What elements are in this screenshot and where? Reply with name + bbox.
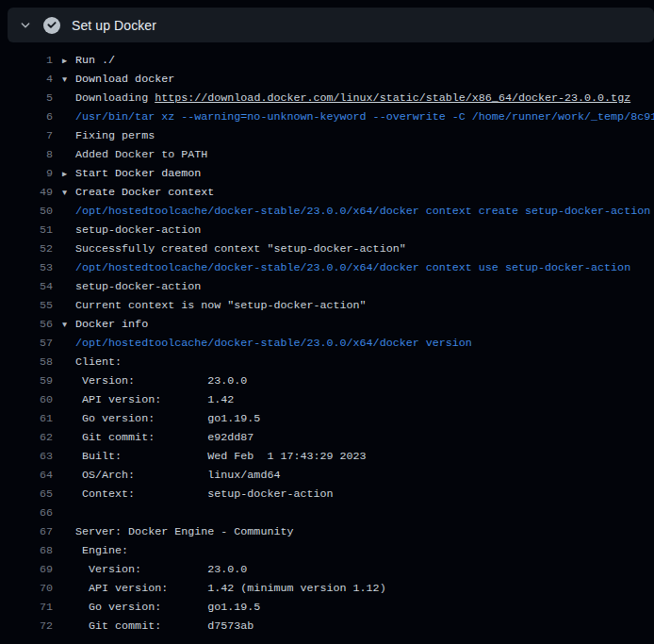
log-text: OS/Arch: linux/amd64 — [75, 469, 280, 482]
line-number[interactable]: 50 — [0, 202, 53, 221]
log-line: 56▼Docker info — [0, 315, 654, 334]
line-number[interactable]: 54 — [0, 277, 53, 296]
line-number[interactable]: 4 — [0, 70, 53, 89]
line-content: /usr/bin/tar xz --warning=no-unknown-key… — [53, 107, 654, 126]
line-number[interactable]: 7 — [0, 126, 53, 145]
log-line: 70 API version: 1.42 (minimum version 1.… — [0, 579, 654, 598]
line-content: Engine: — [53, 541, 128, 560]
group-title: Download docker — [75, 73, 174, 86]
line-number[interactable]: 1 — [0, 51, 53, 70]
line-content: Version: 23.0.0 — [53, 560, 247, 579]
line-number[interactable]: 62 — [0, 428, 53, 447]
log-line: 61 Go version: go1.19.5 — [0, 409, 654, 428]
line-number[interactable]: 52 — [0, 239, 53, 258]
log-text: setup-docker-action — [75, 223, 201, 237]
collapse-arrow-icon: ▼ — [62, 316, 75, 335]
collapse-arrow-icon: ▼ — [62, 71, 75, 90]
log-line: 67Server: Docker Engine - Community — [0, 522, 654, 541]
line-number[interactable]: 72 — [0, 617, 53, 636]
group-header[interactable]: ▶Run ./ — [53, 51, 115, 70]
log-line: 54setup-docker-action — [0, 277, 654, 296]
line-number[interactable]: 5 — [0, 89, 53, 107]
line-number[interactable]: 67 — [0, 522, 53, 541]
log-line: 9▶Start Docker daemon — [0, 164, 654, 183]
chevron-down-icon[interactable] — [18, 18, 33, 33]
group-header[interactable]: ▼Create Docker context — [53, 183, 214, 202]
log-line: 53/opt/hostedtoolcache/docker-stable/23.… — [0, 258, 654, 277]
step-title: Set up Docker — [72, 18, 156, 33]
line-number[interactable]: 61 — [0, 409, 53, 428]
log-line: 58Client: — [0, 353, 654, 372]
line-number[interactable]: 63 — [0, 447, 53, 466]
line-content: Fixing perms — [53, 126, 155, 145]
group-header[interactable]: ▼Docker info — [53, 315, 148, 334]
line-content: setup-docker-action — [53, 221, 201, 239]
line-number[interactable]: 9 — [0, 164, 53, 183]
line-content: Go version: go1.19.5 — [53, 409, 260, 428]
line-content: /opt/hostedtoolcache/docker-stable/23.0.… — [53, 258, 630, 277]
line-number[interactable]: 71 — [0, 598, 53, 617]
log-line: 4▼Download docker — [0, 70, 654, 89]
log-text: Added Docker to PATH — [75, 148, 207, 161]
line-content: Version: 23.0.0 — [53, 372, 247, 390]
line-content: /opt/hostedtoolcache/docker-stable/23.0.… — [53, 334, 472, 353]
line-content: Current context is now "setup-docker-act… — [53, 296, 367, 315]
line-number[interactable]: 58 — [0, 353, 53, 372]
line-number[interactable]: 66 — [0, 504, 53, 522]
line-number[interactable]: 6 — [0, 107, 53, 126]
line-content: Built: Wed Feb 1 17:43:29 2023 — [53, 447, 367, 466]
log-line: 69 Version: 23.0.0 — [0, 560, 654, 579]
log-text: Downloading — [75, 91, 155, 105]
line-number[interactable]: 57 — [0, 334, 53, 353]
line-number[interactable]: 69 — [0, 560, 53, 579]
log-link[interactable]: https://download.docker.com/linux/static… — [155, 91, 630, 105]
line-content: Git commit: d7573ab — [53, 617, 253, 636]
line-number[interactable]: 56 — [0, 315, 53, 334]
log-text: Version: 23.0.0 — [75, 374, 247, 388]
line-content: Successfully created context "setup-dock… — [53, 239, 406, 258]
log-text: Git commit: d7573ab — [75, 619, 253, 633]
log-line: 60 API version: 1.42 — [0, 390, 654, 409]
line-number[interactable]: 49 — [0, 183, 53, 202]
line-number[interactable]: 8 — [0, 145, 53, 164]
group-header[interactable]: ▼Download docker — [53, 70, 174, 89]
line-number[interactable]: 60 — [0, 390, 53, 409]
line-content: Go version: go1.19.5 — [53, 598, 260, 617]
log-line: 6/usr/bin/tar xz --warning=no-unknown-ke… — [0, 107, 654, 126]
group-title: Run ./ — [75, 54, 115, 67]
log-text: Git commit: e92dd87 — [75, 431, 253, 444]
log-text: API version: 1.42 (minimum version 1.12) — [75, 582, 386, 595]
line-number[interactable]: 68 — [0, 541, 53, 560]
line-content: Added Docker to PATH — [53, 145, 207, 164]
log-text: API version: 1.42 — [75, 393, 234, 406]
line-content: API version: 1.42 — [53, 390, 234, 409]
line-content: Git commit: e92dd87 — [53, 428, 253, 447]
group-header[interactable]: ▶Start Docker daemon — [53, 164, 201, 183]
log-line: 59 Version: 23.0.0 — [0, 372, 654, 390]
log-line: 66 — [0, 504, 654, 522]
line-number[interactable]: 64 — [0, 466, 53, 485]
line-number[interactable]: 70 — [0, 579, 53, 598]
line-number[interactable]: 59 — [0, 372, 53, 390]
line-content: Downloading https://download.docker.com/… — [53, 89, 630, 107]
line-content — [53, 504, 75, 522]
log-line: 5Downloading https://download.docker.com… — [0, 89, 654, 107]
line-number[interactable]: 51 — [0, 221, 53, 239]
log-text: Client: — [75, 355, 122, 369]
log-line: 72 Git commit: d7573ab — [0, 617, 654, 636]
log-line: 68 Engine: — [0, 541, 654, 560]
line-number[interactable]: 65 — [0, 485, 53, 504]
line-number[interactable]: 55 — [0, 296, 53, 315]
log-line: 62 Git commit: e92dd87 — [0, 428, 654, 447]
log-text: Version: 23.0.0 — [75, 563, 247, 576]
log-text: /opt/hostedtoolcache/docker-stable/23.0.… — [75, 261, 630, 274]
collapse-arrow-icon: ▼ — [62, 184, 75, 203]
log-line: 64 OS/Arch: linux/amd64 — [0, 466, 654, 485]
log-line: 49▼Create Docker context — [0, 183, 654, 202]
log-text: Go version: go1.19.5 — [75, 601, 260, 614]
step-header[interactable]: Set up Docker — [8, 8, 654, 42]
line-number[interactable]: 53 — [0, 258, 53, 277]
log-text: Go version: go1.19.5 — [75, 412, 260, 425]
log-line: 50/opt/hostedtoolcache/docker-stable/23.… — [0, 202, 654, 221]
log-line: 1▶Run ./ — [0, 51, 654, 70]
